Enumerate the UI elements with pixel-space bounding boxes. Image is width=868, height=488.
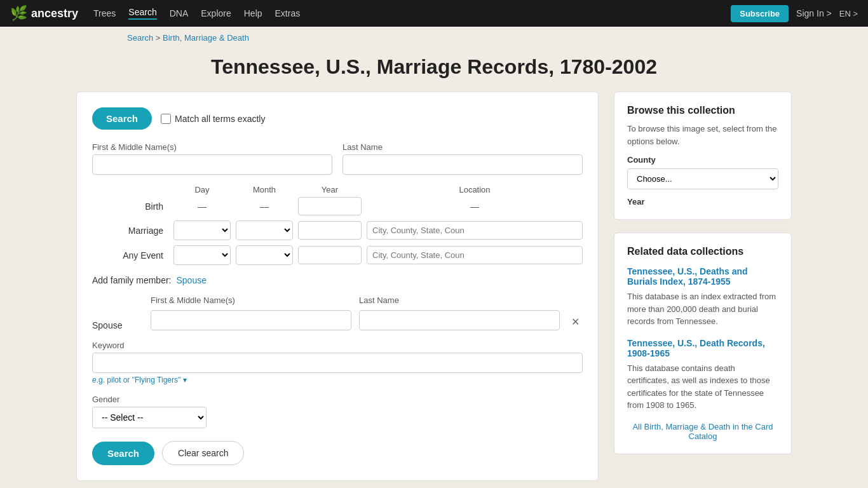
year-label: Year	[627, 197, 778, 207]
birth-day-dash: —	[173, 201, 231, 212]
any-event-label: Any Event	[92, 250, 168, 261]
subscribe-button[interactable]: Subscribe	[731, 5, 789, 22]
page-title: Tennessee, U.S., Marriage Records, 1780-…	[0, 49, 868, 92]
nav-dna[interactable]: DNA	[170, 8, 189, 18]
first-name-group: First & Middle Name(s)	[92, 142, 332, 175]
nav-right: Subscribe Sign In > EN >	[731, 5, 858, 22]
any-event-location-input[interactable]	[367, 246, 583, 264]
match-exactly-label[interactable]: Match all terms exactly	[161, 114, 265, 124]
any-event-month-select[interactable]	[236, 245, 293, 265]
navigation: 🌿 ancestry Trees Search DNA Explore Help…	[0, 0, 868, 27]
marriage-row: Marriage	[92, 220, 583, 240]
keyword-label: Keyword	[92, 341, 583, 350]
marriage-year-input[interactable]	[298, 221, 362, 240]
remove-spouse-button[interactable]: ✕	[567, 316, 583, 330]
leaf-icon: 🌿	[10, 5, 27, 22]
marriage-location-input[interactable]	[367, 221, 583, 240]
birth-row: Birth — — —	[92, 197, 583, 215]
gender-select[interactable]: -- Select --MaleFemale	[92, 407, 207, 428]
breadcrumb: Search > Birth, Marriage & Death	[0, 27, 868, 49]
first-name-label: First & Middle Name(s)	[92, 142, 332, 152]
birth-location-dash: —	[367, 201, 583, 212]
last-name-input[interactable]	[342, 154, 583, 175]
nav-trees[interactable]: Trees	[93, 8, 116, 18]
full-catalog-link[interactable]: All Birth, Marriage & Death in the Card …	[627, 422, 778, 441]
breadcrumb-current[interactable]: Birth, Marriage & Death	[163, 33, 249, 43]
spouse-first-group: First & Middle Name(s)	[151, 295, 351, 330]
nav-links: Trees Search DNA Explore Help Extras	[93, 7, 300, 20]
match-exactly-text: Match all terms exactly	[175, 114, 265, 124]
date-grid-header: Day Month Year Location	[92, 185, 583, 194]
first-name-input[interactable]	[92, 154, 332, 175]
spouse-last-group: Last Name	[359, 295, 560, 330]
signin-link[interactable]: Sign In >	[796, 8, 832, 18]
search-button-top[interactable]: Search	[92, 107, 152, 130]
related-title: Related data collections	[627, 246, 778, 257]
spouse-label: Spouse	[92, 308, 143, 330]
spouse-last-input[interactable]	[359, 310, 560, 330]
name-row: First & Middle Name(s) Last Name	[92, 142, 583, 175]
nav-explore[interactable]: Explore	[201, 8, 231, 18]
breadcrumb-search[interactable]: Search	[127, 33, 153, 43]
related-desc-0: This database is an index extracted from…	[627, 290, 778, 328]
marriage-label: Marriage	[92, 226, 168, 236]
main-layout: Search Match all terms exactly First & M…	[0, 92, 868, 488]
search-button-bottom[interactable]: Search	[92, 442, 154, 465]
any-event-day-select[interactable]	[173, 245, 231, 265]
match-exactly-checkbox[interactable]	[161, 114, 171, 124]
related-link-0[interactable]: Tennessee, U.S., Deaths and Burials Inde…	[627, 266, 778, 287]
nav-help[interactable]: Help	[244, 8, 262, 18]
bottom-buttons: Search Clear search	[92, 441, 583, 465]
date-grid: Day Month Year Location Birth — — — Marr…	[92, 185, 583, 265]
spouse-label-group: Spouse	[92, 305, 143, 330]
col-location: Location	[367, 185, 583, 194]
related-card: Related data collections Tennessee, U.S.…	[614, 233, 792, 454]
logo: 🌿 ancestry	[10, 5, 78, 22]
browse-card: Browse this collection To browse this im…	[614, 92, 792, 220]
keyword-input[interactable]	[92, 353, 583, 373]
keyword-hint[interactable]: e.g. pilot or "Flying Tigers" ▾	[92, 376, 583, 384]
keyword-section: Keyword e.g. pilot or "Flying Tigers" ▾	[92, 341, 583, 384]
any-event-row: Any Event	[92, 245, 583, 265]
col-day: Day	[173, 185, 231, 194]
add-family-row: Add family member: Spouse	[92, 275, 583, 285]
last-name-group: Last Name	[342, 142, 583, 175]
related-link-1[interactable]: Tennessee, U.S., Death Records, 1908-196…	[627, 338, 778, 358]
county-select[interactable]: Choose...	[627, 168, 778, 189]
nav-search[interactable]: Search	[128, 7, 156, 20]
spouse-first-input[interactable]	[151, 310, 351, 330]
spouse-link[interactable]: Spouse	[176, 275, 206, 285]
search-form-panel: Search Match all terms exactly First & M…	[76, 92, 599, 481]
birth-label: Birth	[92, 201, 168, 212]
birth-year-input[interactable]	[298, 197, 362, 215]
last-name-label: Last Name	[342, 142, 583, 152]
marriage-month-select[interactable]	[236, 220, 293, 240]
col-year: Year	[298, 185, 362, 194]
nav-extras[interactable]: Extras	[275, 8, 301, 18]
related-desc-1: This database contains death certificate…	[627, 362, 778, 412]
browse-title: Browse this collection	[627, 105, 778, 116]
add-family-label: Add family member:	[92, 275, 171, 285]
any-event-year-input[interactable]	[298, 246, 362, 264]
spouse-last-label: Last Name	[359, 295, 560, 305]
clear-search-button[interactable]: Clear search	[162, 441, 244, 465]
browse-description: To browse this image set, select from th…	[627, 123, 778, 147]
breadcrumb-separator: >	[156, 33, 163, 43]
col-month: Month	[236, 185, 293, 194]
right-panel: Browse this collection To browse this im…	[614, 92, 792, 481]
col-blank	[92, 185, 168, 194]
marriage-day-select[interactable]	[173, 220, 231, 240]
birth-month-dash: —	[236, 201, 293, 212]
spouse-row: Spouse First & Middle Name(s) Last Name …	[92, 295, 583, 330]
spouse-first-label: First & Middle Name(s)	[151, 295, 351, 305]
language-selector[interactable]: EN >	[839, 9, 858, 18]
gender-section: Gender -- Select --MaleFemale	[92, 395, 583, 428]
county-label: County	[627, 155, 778, 165]
gender-label: Gender	[92, 395, 583, 404]
search-header: Search Match all terms exactly	[92, 107, 583, 130]
logo-text: ancestry	[31, 7, 78, 20]
